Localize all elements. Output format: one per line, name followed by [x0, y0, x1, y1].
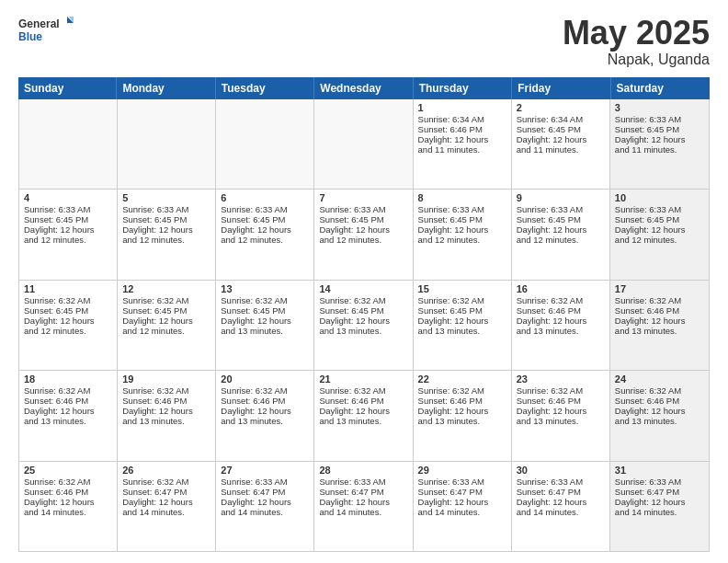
week-row-5: 25Sunrise: 6:32 AMSunset: 6:46 PMDayligh… — [19, 462, 709, 551]
day-14: 14Sunrise: 6:32 AMSunset: 6:45 PMDayligh… — [314, 281, 413, 370]
day-info-line: Sunset: 6:47 PM — [122, 487, 210, 497]
day-number: 23 — [517, 373, 605, 385]
day-15: 15Sunrise: 6:32 AMSunset: 6:45 PMDayligh… — [414, 281, 512, 370]
day-number: 13 — [221, 283, 309, 294]
day-info-line: and 13 minutes. — [615, 326, 704, 336]
day-info-line: Daylight: 12 hours — [221, 224, 309, 235]
day-info-line: Sunset: 6:46 PM — [418, 396, 506, 406]
day-info-line: Daylight: 12 hours — [319, 224, 407, 235]
day-info-line: and 13 minutes. — [122, 416, 210, 426]
day-info-line: Sunset: 6:46 PM — [418, 124, 506, 134]
day-info-line: and 13 minutes. — [517, 416, 605, 426]
day-info-line: Sunset: 6:47 PM — [615, 487, 704, 497]
day-info-line: Sunset: 6:45 PM — [517, 124, 605, 134]
header-saturday: Saturday — [611, 77, 710, 99]
day-info-line: Daylight: 12 hours — [24, 316, 112, 326]
day-info-line: Sunset: 6:46 PM — [122, 396, 210, 406]
day-info-line: Daylight: 12 hours — [122, 316, 210, 326]
day-info-line: and 14 minutes. — [24, 507, 112, 517]
day-info-line: Sunrise: 6:33 AM — [615, 204, 704, 214]
day-info-line: and 13 minutes. — [319, 416, 407, 426]
svg-text:Blue: Blue — [18, 30, 42, 43]
day-info-line: and 12 minutes. — [24, 326, 112, 336]
empty-cell-0-3 — [314, 99, 413, 189]
day-18: 18Sunrise: 6:32 AMSunset: 6:46 PMDayligh… — [19, 371, 118, 460]
day-27: 27Sunrise: 6:33 AMSunset: 6:47 PMDayligh… — [216, 462, 314, 551]
day-info-line: Sunrise: 6:32 AM — [221, 385, 309, 396]
day-number: 6 — [221, 192, 309, 203]
day-info-line: Daylight: 12 hours — [221, 497, 309, 507]
day-info-line: Sunrise: 6:32 AM — [517, 295, 605, 305]
day-number: 30 — [517, 465, 605, 476]
day-23: 23Sunrise: 6:32 AMSunset: 6:46 PMDayligh… — [512, 371, 610, 460]
day-info-line: Sunrise: 6:32 AM — [24, 385, 112, 396]
day-info-line: and 14 minutes. — [418, 507, 506, 517]
day-number: 21 — [319, 373, 407, 385]
day-number: 24 — [615, 373, 704, 385]
day-info-line: Daylight: 12 hours — [615, 134, 704, 144]
logo: General Blue — [18, 15, 74, 48]
day-8: 8Sunrise: 6:33 AMSunset: 6:45 PMDaylight… — [414, 190, 512, 279]
day-info-line: Daylight: 12 hours — [24, 224, 112, 235]
day-info-line: Daylight: 12 hours — [615, 316, 704, 326]
day-info-line: and 12 minutes. — [517, 235, 605, 245]
day-info-line: Daylight: 12 hours — [221, 406, 309, 416]
day-13: 13Sunrise: 6:32 AMSunset: 6:45 PMDayligh… — [216, 281, 314, 370]
day-info-line: Sunrise: 6:32 AM — [24, 295, 112, 305]
header: General Blue May 2025 Napak, Uganda — [18, 15, 710, 68]
day-1: 1Sunrise: 6:34 AMSunset: 6:46 PMDaylight… — [414, 99, 512, 189]
day-info-line: and 12 minutes. — [418, 235, 506, 245]
day-number: 25 — [24, 465, 112, 476]
day-info-line: and 12 minutes. — [221, 235, 309, 245]
day-info-line: and 13 minutes. — [319, 326, 407, 336]
day-number: 31 — [615, 465, 704, 476]
day-info-line: and 14 minutes. — [319, 507, 407, 517]
day-info-line: and 14 minutes. — [122, 507, 210, 517]
day-info-line: and 11 minutes. — [517, 144, 605, 155]
day-number: 27 — [221, 465, 309, 476]
day-info-line: and 13 minutes. — [615, 416, 704, 426]
day-info-line: Sunset: 6:46 PM — [24, 396, 112, 406]
day-info-line: Sunset: 6:45 PM — [221, 305, 309, 316]
day-number: 1 — [418, 102, 506, 113]
header-friday: Friday — [512, 77, 610, 99]
day-info-line: Sunset: 6:46 PM — [517, 396, 605, 406]
day-info-line: Daylight: 12 hours — [517, 134, 605, 144]
day-number: 18 — [24, 373, 112, 385]
calendar-header: SundayMondayTuesdayWednesdayThursdayFrid… — [18, 77, 710, 99]
day-info-line: and 12 minutes. — [24, 235, 112, 245]
day-info-line: Sunrise: 6:32 AM — [418, 295, 506, 305]
empty-cell-0-0 — [19, 99, 118, 189]
day-info-line: Sunrise: 6:32 AM — [319, 385, 407, 396]
title-block: May 2025 Napak, Uganda — [563, 15, 710, 68]
day-9: 9Sunrise: 6:33 AMSunset: 6:45 PMDaylight… — [512, 190, 610, 279]
day-info-line: Sunrise: 6:32 AM — [122, 295, 210, 305]
day-info-line: and 13 minutes. — [221, 326, 309, 336]
week-row-4: 18Sunrise: 6:32 AMSunset: 6:46 PMDayligh… — [19, 371, 709, 461]
day-info-line: Sunset: 6:45 PM — [418, 305, 506, 316]
day-info-line: Daylight: 12 hours — [418, 497, 506, 507]
day-info-line: Sunrise: 6:32 AM — [221, 295, 309, 305]
day-info-line: Sunrise: 6:33 AM — [319, 204, 407, 214]
day-31: 31Sunrise: 6:33 AMSunset: 6:47 PMDayligh… — [610, 462, 709, 551]
svg-text:General: General — [18, 17, 60, 30]
day-info-line: Sunrise: 6:32 AM — [24, 477, 112, 487]
day-info-line: and 12 minutes. — [615, 235, 704, 245]
day-info-line: Sunset: 6:45 PM — [24, 214, 112, 224]
day-info-line: and 11 minutes. — [615, 144, 704, 155]
day-info-line: and 14 minutes. — [615, 507, 704, 517]
day-info-line: Sunset: 6:47 PM — [517, 487, 605, 497]
day-info-line: and 13 minutes. — [418, 326, 506, 336]
calendar: SundayMondayTuesdayWednesdayThursdayFrid… — [18, 77, 710, 552]
day-info-line: Daylight: 12 hours — [517, 406, 605, 416]
empty-cell-0-1 — [118, 99, 216, 189]
day-info-line: Daylight: 12 hours — [24, 497, 112, 507]
day-number: 5 — [122, 192, 210, 203]
day-info-line: Sunrise: 6:32 AM — [319, 295, 407, 305]
day-number: 11 — [24, 283, 112, 294]
day-info-line: Daylight: 12 hours — [122, 224, 210, 235]
day-info-line: Daylight: 12 hours — [319, 316, 407, 326]
day-info-line: Sunset: 6:46 PM — [221, 396, 309, 406]
week-row-3: 11Sunrise: 6:32 AMSunset: 6:45 PMDayligh… — [19, 281, 709, 371]
day-info-line: Daylight: 12 hours — [122, 497, 210, 507]
